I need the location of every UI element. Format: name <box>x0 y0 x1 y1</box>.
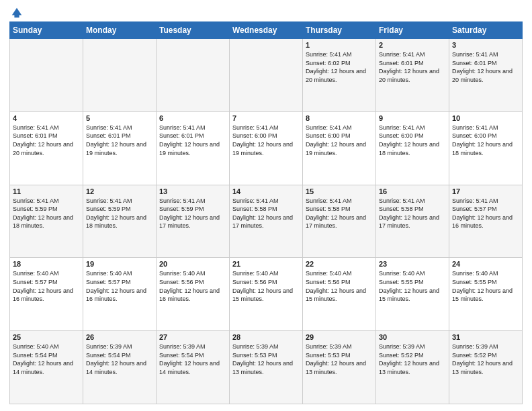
day-number: 19 <box>86 260 153 268</box>
calendar-cell: 16Sunrise: 5:41 AM Sunset: 5:58 PM Dayli… <box>376 185 449 258</box>
day-info: Sunrise: 5:41 AM Sunset: 6:02 PM Dayligh… <box>306 50 373 84</box>
day-info: Sunrise: 5:41 AM Sunset: 5:58 PM Dayligh… <box>232 197 300 230</box>
calendar-cell: 1Sunrise: 5:41 AM Sunset: 6:02 PM Daylig… <box>303 39 376 112</box>
page: SundayMondayTuesdayWednesdayThursdayFrid… <box>0 0 532 411</box>
calendar-cell: 21Sunrise: 5:40 AM Sunset: 5:56 PM Dayli… <box>230 258 303 331</box>
calendar-cell: 14Sunrise: 5:41 AM Sunset: 5:58 PM Dayli… <box>230 185 303 258</box>
day-info: Sunrise: 5:41 AM Sunset: 5:58 PM Dayligh… <box>306 197 373 230</box>
logo <box>9 7 23 16</box>
calendar-cell: 6Sunrise: 5:41 AM Sunset: 6:01 PM Daylig… <box>157 111 230 185</box>
calendar-cell <box>10 39 83 112</box>
day-number: 31 <box>452 333 519 341</box>
day-info: Sunrise: 5:41 AM Sunset: 5:59 PM Dayligh… <box>13 197 80 230</box>
calendar-cell: 31Sunrise: 5:39 AM Sunset: 5:52 PM Dayli… <box>449 331 523 404</box>
day-number: 18 <box>13 260 80 268</box>
calendar-cell: 15Sunrise: 5:41 AM Sunset: 5:58 PM Dayli… <box>303 185 376 258</box>
day-number: 12 <box>86 187 153 195</box>
day-info: Sunrise: 5:39 AM Sunset: 5:54 PM Dayligh… <box>159 342 226 376</box>
calendar-row-1: 4Sunrise: 5:41 AM Sunset: 6:01 PM Daylig… <box>10 111 523 185</box>
logo-icon <box>11 7 23 19</box>
calendar-row-2: 11Sunrise: 5:41 AM Sunset: 5:59 PM Dayli… <box>10 185 523 258</box>
weekday-header-tuesday: Tuesday <box>157 22 230 39</box>
calendar-cell: 19Sunrise: 5:40 AM Sunset: 5:57 PM Dayli… <box>83 258 157 331</box>
calendar-cell: 18Sunrise: 5:40 AM Sunset: 5:57 PM Dayli… <box>10 258 83 331</box>
day-number: 1 <box>306 41 373 49</box>
weekday-header-sunday: Sunday <box>10 22 83 39</box>
day-info: Sunrise: 5:41 AM Sunset: 6:01 PM Dayligh… <box>86 124 153 157</box>
weekday-header-saturday: Saturday <box>449 22 523 39</box>
day-number: 27 <box>159 333 226 341</box>
day-info: Sunrise: 5:40 AM Sunset: 5:57 PM Dayligh… <box>13 269 80 303</box>
day-number: 21 <box>232 260 300 268</box>
calendar-cell: 4Sunrise: 5:41 AM Sunset: 6:01 PM Daylig… <box>10 111 83 185</box>
day-info: Sunrise: 5:41 AM Sunset: 5:59 PM Dayligh… <box>159 197 226 230</box>
day-number: 22 <box>306 260 373 268</box>
day-info: Sunrise: 5:39 AM Sunset: 5:54 PM Dayligh… <box>86 342 153 376</box>
day-number: 13 <box>159 187 226 195</box>
calendar-cell: 25Sunrise: 5:40 AM Sunset: 5:54 PM Dayli… <box>10 331 83 404</box>
svg-marker-1 <box>14 14 19 17</box>
day-number: 8 <box>306 114 373 122</box>
calendar-cell: 11Sunrise: 5:41 AM Sunset: 5:59 PM Dayli… <box>10 185 83 258</box>
calendar-cell: 9Sunrise: 5:41 AM Sunset: 6:00 PM Daylig… <box>376 111 449 185</box>
day-number: 23 <box>379 260 446 268</box>
day-number: 28 <box>232 333 300 341</box>
calendar-cell: 12Sunrise: 5:41 AM Sunset: 5:59 PM Dayli… <box>83 185 157 258</box>
day-info: Sunrise: 5:41 AM Sunset: 6:00 PM Dayligh… <box>379 124 446 157</box>
weekday-header-friday: Friday <box>376 22 449 39</box>
day-number: 2 <box>379 41 446 49</box>
calendar-row-4: 25Sunrise: 5:40 AM Sunset: 5:54 PM Dayli… <box>10 331 523 404</box>
day-info: Sunrise: 5:41 AM Sunset: 5:58 PM Dayligh… <box>379 197 446 230</box>
calendar-cell: 2Sunrise: 5:41 AM Sunset: 6:01 PM Daylig… <box>376 39 449 112</box>
day-info: Sunrise: 5:41 AM Sunset: 6:01 PM Dayligh… <box>13 124 80 157</box>
day-info: Sunrise: 5:40 AM Sunset: 5:54 PM Dayligh… <box>13 342 80 376</box>
day-number: 14 <box>232 187 300 195</box>
day-number: 10 <box>452 114 519 122</box>
calendar-header-row: SundayMondayTuesdayWednesdayThursdayFrid… <box>10 22 523 39</box>
day-number: 7 <box>232 114 300 122</box>
day-number: 9 <box>379 114 446 122</box>
day-info: Sunrise: 5:41 AM Sunset: 6:00 PM Dayligh… <box>306 124 373 157</box>
day-info: Sunrise: 5:40 AM Sunset: 5:56 PM Dayligh… <box>159 269 226 303</box>
day-number: 30 <box>379 333 446 341</box>
logo-text <box>9 7 23 19</box>
day-info: Sunrise: 5:39 AM Sunset: 5:53 PM Dayligh… <box>232 342 300 376</box>
day-number: 4 <box>13 114 80 122</box>
calendar-cell: 20Sunrise: 5:40 AM Sunset: 5:56 PM Dayli… <box>157 258 230 331</box>
calendar-cell: 13Sunrise: 5:41 AM Sunset: 5:59 PM Dayli… <box>157 185 230 258</box>
header <box>9 7 523 16</box>
day-number: 6 <box>159 114 226 122</box>
calendar-cell <box>157 39 230 112</box>
day-number: 24 <box>452 260 519 268</box>
day-info: Sunrise: 5:41 AM Sunset: 5:59 PM Dayligh… <box>86 197 153 230</box>
day-info: Sunrise: 5:40 AM Sunset: 5:57 PM Dayligh… <box>86 269 153 303</box>
calendar-cell <box>230 39 303 112</box>
day-info: Sunrise: 5:40 AM Sunset: 5:55 PM Dayligh… <box>379 269 446 303</box>
calendar-cell: 17Sunrise: 5:41 AM Sunset: 5:57 PM Dayli… <box>449 185 523 258</box>
calendar-cell: 26Sunrise: 5:39 AM Sunset: 5:54 PM Dayli… <box>83 331 157 404</box>
weekday-header-wednesday: Wednesday <box>230 22 303 39</box>
day-number: 20 <box>159 260 226 268</box>
calendar-table: SundayMondayTuesdayWednesdayThursdayFrid… <box>9 21 523 404</box>
day-info: Sunrise: 5:41 AM Sunset: 6:01 PM Dayligh… <box>159 124 226 157</box>
weekday-header-monday: Monday <box>83 22 157 39</box>
day-info: Sunrise: 5:41 AM Sunset: 5:57 PM Dayligh… <box>452 197 519 230</box>
calendar-cell: 29Sunrise: 5:39 AM Sunset: 5:53 PM Dayli… <box>303 331 376 404</box>
calendar-cell: 27Sunrise: 5:39 AM Sunset: 5:54 PM Dayli… <box>157 331 230 404</box>
day-info: Sunrise: 5:41 AM Sunset: 6:00 PM Dayligh… <box>232 124 300 157</box>
day-number: 3 <box>452 41 519 49</box>
day-number: 25 <box>13 333 80 341</box>
calendar-cell: 5Sunrise: 5:41 AM Sunset: 6:01 PM Daylig… <box>83 111 157 185</box>
calendar-cell <box>83 39 157 112</box>
day-number: 11 <box>13 187 80 195</box>
calendar-cell: 28Sunrise: 5:39 AM Sunset: 5:53 PM Dayli… <box>230 331 303 404</box>
day-number: 15 <box>306 187 373 195</box>
calendar-cell: 30Sunrise: 5:39 AM Sunset: 5:52 PM Dayli… <box>376 331 449 404</box>
day-info: Sunrise: 5:39 AM Sunset: 5:53 PM Dayligh… <box>306 342 373 376</box>
calendar-cell: 24Sunrise: 5:40 AM Sunset: 5:55 PM Dayli… <box>449 258 523 331</box>
day-info: Sunrise: 5:40 AM Sunset: 5:56 PM Dayligh… <box>306 269 373 303</box>
day-number: 26 <box>86 333 153 341</box>
calendar-cell: 7Sunrise: 5:41 AM Sunset: 6:00 PM Daylig… <box>230 111 303 185</box>
day-info: Sunrise: 5:40 AM Sunset: 5:55 PM Dayligh… <box>452 269 519 303</box>
calendar-cell: 3Sunrise: 5:41 AM Sunset: 6:01 PM Daylig… <box>449 39 523 112</box>
